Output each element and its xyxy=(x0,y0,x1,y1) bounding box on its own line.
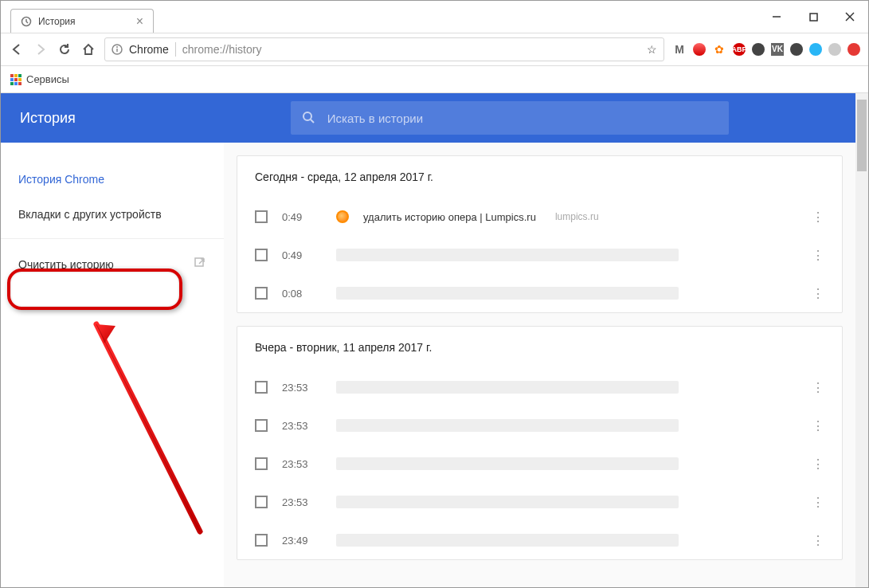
entry-domain: lumpics.ru xyxy=(555,211,599,222)
entry-title: удалить историю опера | Lumpics.ru xyxy=(363,211,536,223)
entry-time: 23:53 xyxy=(282,382,322,394)
bookmarks-bar: Сервисы xyxy=(1,66,868,93)
paw-icon[interactable]: ✿ xyxy=(712,42,726,57)
adblock-icon[interactable]: ABP xyxy=(733,43,746,56)
entry-more-icon[interactable]: ⋮ xyxy=(812,248,824,263)
search-placeholder: Искать в истории xyxy=(327,112,423,125)
sidebar-item-other-devices[interactable]: Вкладки с других устройств xyxy=(1,197,224,232)
entry-blurred xyxy=(336,534,679,547)
svg-point-7 xyxy=(116,46,118,48)
entry-more-icon[interactable]: ⋮ xyxy=(812,533,824,548)
entry-checkbox[interactable] xyxy=(255,419,268,432)
history-search[interactable]: Искать в истории xyxy=(291,101,729,135)
entry-blurred xyxy=(336,381,679,394)
opera-icon[interactable] xyxy=(693,43,706,56)
window-controls xyxy=(758,1,868,33)
history-entry[interactable]: 23:53⋮ xyxy=(237,445,842,483)
extension-icons: M ✿ ABP VK xyxy=(672,42,860,57)
ext-icon-3[interactable] xyxy=(809,43,822,56)
home-button[interactable] xyxy=(80,41,96,57)
url-zone: Chrome xyxy=(129,43,169,56)
entry-checkbox[interactable] xyxy=(255,381,268,394)
info-icon xyxy=(112,44,123,55)
page-header: История Искать в истории xyxy=(1,93,855,143)
svg-rect-1 xyxy=(810,14,817,21)
day-label: Сегодня - среда, 12 апреля 2017 г. xyxy=(237,156,842,198)
entry-more-icon[interactable]: ⋮ xyxy=(812,210,824,225)
history-entry[interactable]: 0:08⋮ xyxy=(237,274,842,312)
ext-icon-2[interactable] xyxy=(790,43,803,56)
address-bar: Chrome chrome://history ☆ M ✿ ABP VK xyxy=(1,33,868,66)
history-day-card: Вчера - вторник, 11 апреля 2017 г.23:53⋮… xyxy=(237,326,843,560)
minimize-button[interactable] xyxy=(758,1,795,33)
site-favicon xyxy=(336,210,349,223)
vk-icon[interactable]: VK xyxy=(771,43,784,56)
entry-checkbox[interactable] xyxy=(255,534,268,547)
entry-more-icon[interactable]: ⋮ xyxy=(812,418,824,433)
tab-close-icon[interactable]: × xyxy=(136,14,143,29)
history-entry[interactable]: 23:53⋮ xyxy=(237,406,842,445)
entry-time: 0:08 xyxy=(282,288,322,300)
history-entry[interactable]: 0:49⋮ xyxy=(237,236,842,274)
day-label: Вчера - вторник, 11 апреля 2017 г. xyxy=(237,327,842,368)
entry-blurred xyxy=(336,496,679,508)
forward-button xyxy=(33,41,49,57)
entry-checkbox[interactable] xyxy=(255,496,268,508)
entry-checkbox[interactable] xyxy=(255,249,268,261)
address-field[interactable]: Chrome chrome://history ☆ xyxy=(104,37,664,61)
tab-title: История xyxy=(38,16,76,27)
tab-bar: История × xyxy=(1,1,868,33)
open-external-icon xyxy=(194,257,206,272)
entry-blurred xyxy=(336,419,679,432)
history-entry[interactable]: 23:53⋮ xyxy=(237,483,842,521)
history-day-card: Сегодня - среда, 12 апреля 2017 г.0:49уд… xyxy=(237,155,843,313)
history-entry[interactable]: 23:53⋮ xyxy=(237,368,842,406)
entry-more-icon[interactable]: ⋮ xyxy=(812,457,824,472)
entry-time: 23:53 xyxy=(282,458,322,470)
entry-checkbox[interactable] xyxy=(255,210,268,223)
search-icon xyxy=(302,111,316,125)
history-entry[interactable]: 0:49удалить историю опера | Lumpics.rulu… xyxy=(237,198,842,236)
entry-blurred xyxy=(336,287,679,300)
entry-more-icon[interactable]: ⋮ xyxy=(812,286,824,301)
sidebar: История Chrome Вкладки с других устройст… xyxy=(1,143,224,588)
gmail-icon[interactable]: M xyxy=(672,42,687,57)
entry-blurred xyxy=(336,249,679,261)
entry-time: 0:49 xyxy=(282,211,322,223)
close-window-button[interactable] xyxy=(832,1,868,33)
history-list: Сегодня - среда, 12 апреля 2017 г.0:49уд… xyxy=(224,143,855,588)
svg-point-8 xyxy=(303,112,311,120)
ext-icon-1[interactable] xyxy=(752,43,765,56)
bookmark-star-icon[interactable]: ☆ xyxy=(647,43,657,56)
bookmark-services[interactable]: Сервисы xyxy=(26,73,69,85)
apps-icon[interactable] xyxy=(10,74,22,85)
history-page: История Искать в истории История Chrome … xyxy=(1,93,868,588)
history-icon xyxy=(21,16,32,27)
svg-line-9 xyxy=(311,120,314,123)
page-title: История xyxy=(20,110,76,127)
ext-icon-5[interactable] xyxy=(847,43,860,56)
entry-checkbox[interactable] xyxy=(255,287,268,300)
sidebar-item-clear-history[interactable]: Очистить историю xyxy=(1,245,224,283)
url-text: chrome://history xyxy=(182,43,262,56)
entry-time: 23:49 xyxy=(282,535,322,547)
back-button[interactable] xyxy=(9,41,25,57)
entry-time: 23:53 xyxy=(282,496,322,508)
browser-tab-history[interactable]: История × xyxy=(10,9,154,33)
entry-time: 0:49 xyxy=(282,249,322,261)
maximize-button[interactable] xyxy=(795,1,832,33)
entry-more-icon[interactable]: ⋮ xyxy=(812,380,824,395)
history-entry[interactable]: 23:49⋮ xyxy=(237,521,842,559)
ext-icon-4[interactable] xyxy=(828,43,841,56)
entry-blurred xyxy=(336,457,679,470)
reload-button[interactable] xyxy=(57,41,72,57)
entry-more-icon[interactable]: ⋮ xyxy=(812,495,824,510)
scrollbar-thumb[interactable] xyxy=(857,100,867,171)
entry-checkbox[interactable] xyxy=(255,457,268,470)
entry-time: 23:53 xyxy=(282,420,322,432)
sidebar-item-chrome-history[interactable]: История Chrome xyxy=(1,162,224,197)
